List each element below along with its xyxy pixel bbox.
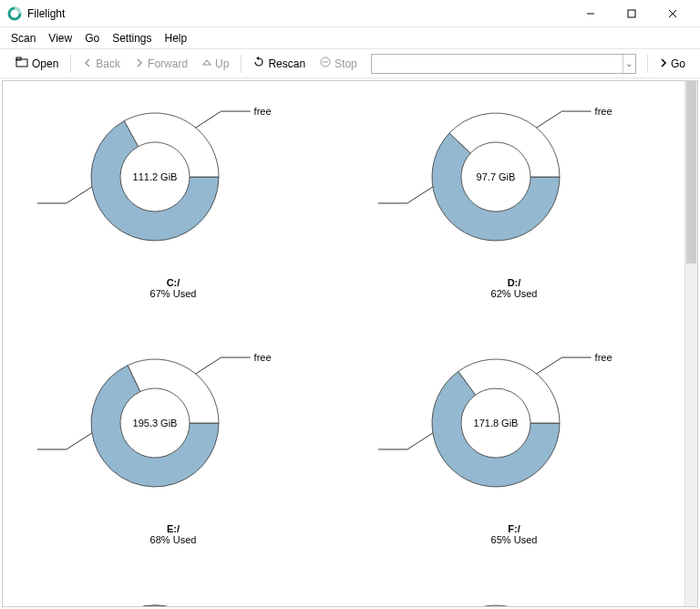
up-button[interactable]: Up bbox=[196, 54, 235, 74]
disk-label: E:/ 68% Used bbox=[3, 523, 344, 545]
forward-button[interactable]: Forward bbox=[129, 54, 194, 74]
svg-text:free: free bbox=[595, 106, 612, 117]
separator bbox=[647, 55, 648, 73]
donut-chart: 111.2 GiB free used bbox=[36, 99, 310, 276]
svg-text:free: free bbox=[254, 352, 272, 363]
svg-text:195.3 GiB: 195.3 GiB bbox=[133, 418, 178, 428]
disk-name: F:/ bbox=[508, 523, 520, 534]
up-label: Up bbox=[215, 57, 229, 70]
disk-chart-partial bbox=[3, 573, 685, 606]
svg-rect-2 bbox=[628, 10, 635, 17]
app-icon bbox=[7, 6, 22, 21]
separator bbox=[70, 55, 71, 73]
svg-text:97.7 GiB: 97.7 GiB bbox=[477, 171, 516, 182]
disk-chart[interactable]: 97.7 GiB free used D:/ 62% Used bbox=[344, 81, 685, 327]
separator bbox=[241, 55, 242, 73]
scrollbar-thumb[interactable] bbox=[686, 81, 696, 263]
window-controls bbox=[570, 0, 693, 27]
forward-icon bbox=[135, 57, 144, 70]
disk-name: C:/ bbox=[167, 277, 180, 288]
minimize-button[interactable] bbox=[570, 0, 611, 27]
menu-settings[interactable]: Settings bbox=[112, 32, 151, 45]
menu-scan[interactable]: Scan bbox=[11, 32, 36, 45]
menu-view[interactable]: View bbox=[48, 32, 72, 45]
disk-grid: 111.2 GiB free used C:/ 67% Used 97.7 Gi… bbox=[3, 81, 685, 606]
stop-label: Stop bbox=[335, 57, 357, 70]
disk-name: D:/ bbox=[508, 277, 521, 288]
back-label: Back bbox=[96, 57, 120, 70]
stop-button[interactable]: Stop bbox=[314, 53, 364, 74]
svg-text:111.2 GiB: 111.2 GiB bbox=[133, 171, 178, 182]
go-label: Go bbox=[671, 57, 685, 70]
menu-help[interactable]: Help bbox=[165, 32, 188, 45]
menubar: Scan View Go Settings Help bbox=[0, 27, 700, 49]
maximize-button[interactable] bbox=[611, 0, 652, 27]
close-button[interactable] bbox=[652, 0, 693, 27]
disk-label: C:/ 67% Used bbox=[3, 277, 344, 299]
disk-label: F:/ 65% Used bbox=[344, 523, 685, 545]
window-title: Filelight bbox=[27, 7, 570, 20]
svg-text:free: free bbox=[254, 106, 272, 117]
disk-usage: 68% Used bbox=[150, 534, 197, 545]
open-button[interactable]: Open bbox=[9, 53, 65, 74]
go-icon bbox=[659, 57, 668, 70]
open-label: Open bbox=[32, 57, 58, 70]
donut-chart: 195.3 GiB free used bbox=[36, 346, 310, 522]
back-button[interactable]: Back bbox=[77, 54, 127, 74]
rescan-icon bbox=[253, 57, 264, 70]
toolbar: Open Back Forward Up Rescan Stop ⌄ Go bbox=[0, 49, 700, 78]
disk-name: E:/ bbox=[167, 523, 180, 534]
disk-chart[interactable]: 195.3 GiB free used E:/ 68% Used bbox=[3, 327, 344, 573]
disk-usage: 62% Used bbox=[491, 288, 538, 299]
menu-go[interactable]: Go bbox=[85, 32, 99, 45]
go-button[interactable]: Go bbox=[654, 55, 691, 73]
svg-text:171.8 GiB: 171.8 GiB bbox=[474, 418, 519, 428]
disk-chart[interactable]: 111.2 GiB free used C:/ 67% Used bbox=[3, 81, 344, 327]
open-icon bbox=[15, 57, 28, 70]
disk-label: D:/ 62% Used bbox=[344, 277, 685, 299]
titlebar: Filelight bbox=[0, 0, 700, 27]
chevron-down-icon[interactable]: ⌄ bbox=[623, 55, 635, 73]
back-icon bbox=[83, 57, 92, 70]
up-icon bbox=[202, 57, 211, 70]
disk-usage: 65% Used bbox=[491, 534, 538, 545]
donut-chart: 171.8 GiB free used bbox=[377, 346, 651, 522]
svg-text:free: free bbox=[595, 352, 612, 363]
donut-chart: 97.7 GiB free used bbox=[377, 99, 651, 276]
disk-usage: 67% Used bbox=[150, 288, 197, 299]
scroll-area: 111.2 GiB free used C:/ 67% Used 97.7 Gi… bbox=[3, 81, 685, 606]
stop-icon bbox=[320, 57, 331, 70]
path-input[interactable]: ⌄ bbox=[371, 54, 636, 74]
rescan-label: Rescan bbox=[268, 57, 305, 70]
scrollbar[interactable] bbox=[685, 81, 697, 606]
content-area: 111.2 GiB free used C:/ 67% Used 97.7 Gi… bbox=[2, 80, 698, 607]
rescan-button[interactable]: Rescan bbox=[247, 53, 312, 74]
forward-label: Forward bbox=[148, 57, 188, 70]
disk-chart[interactable]: 171.8 GiB free used F:/ 65% Used bbox=[344, 327, 685, 573]
